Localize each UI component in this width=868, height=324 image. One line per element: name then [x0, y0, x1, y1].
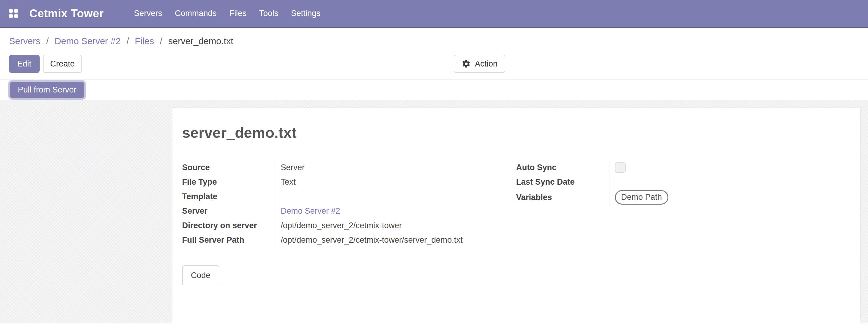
apps-grid-square: [9, 9, 13, 13]
field-row-source: Source Server: [182, 160, 516, 175]
field-group-right: Auto Sync Last Sync Date Variables Demo …: [516, 160, 850, 247]
field-group-left: Source Server File Type Text Template Se…: [182, 160, 516, 247]
field-label-server: Server: [182, 206, 275, 216]
field-label-file-type: File Type: [182, 177, 275, 187]
brand-title[interactable]: Cetmix Tower: [29, 7, 104, 20]
breadcrumb-separator: /: [126, 36, 129, 46]
server-record-link[interactable]: Demo Server #2: [281, 206, 340, 216]
nav-item-commands[interactable]: Commands: [175, 9, 217, 18]
breadcrumb-current: server_demo.txt: [168, 36, 233, 46]
field-value-server: Demo Server #2: [275, 204, 516, 218]
nav-item-servers[interactable]: Servers: [134, 9, 162, 18]
code-tab-content: [173, 285, 860, 324]
field-label-source: Source: [182, 163, 275, 172]
control-panel: Servers / Demo Server #2 / Files / serve…: [0, 28, 868, 79]
top-navbar: Cetmix Tower Servers Commands Files Tool…: [0, 0, 868, 28]
form-statusbar: Pull from Server: [0, 79, 868, 100]
content-area: server_demo.txt Source Server File Type …: [0, 100, 868, 323]
field-label-auto-sync: Auto Sync: [516, 163, 609, 172]
form-sheet: server_demo.txt Source Server File Type …: [172, 107, 861, 319]
field-value-source: Server: [275, 160, 516, 175]
field-row-auto-sync: Auto Sync: [516, 160, 850, 175]
field-value-template: [275, 189, 516, 204]
apps-grid-square: [14, 14, 18, 18]
pull-from-server-button[interactable]: Pull from Server: [10, 82, 84, 98]
auto-sync-checkbox[interactable]: [615, 162, 626, 173]
field-row-server: Server Demo Server #2: [182, 204, 516, 218]
field-row-variables: Variables Demo Path: [516, 189, 850, 205]
field-row-last-sync-date: Last Sync Date: [516, 175, 850, 189]
field-row-template: Template: [182, 189, 516, 204]
field-row-file-type: File Type Text: [182, 175, 516, 189]
variable-tag-demo-path: Demo Path: [615, 190, 669, 205]
field-value-variables: Demo Path: [609, 189, 850, 205]
apps-grid-square: [14, 9, 18, 13]
create-button[interactable]: Create: [43, 55, 82, 73]
breadcrumb-link-servers[interactable]: Servers: [9, 36, 40, 46]
breadcrumb-separator: /: [160, 36, 162, 46]
field-value-file-type: Text: [275, 175, 516, 189]
field-value-full-server-path: /opt/demo_server_2/cetmix-tower/server_d…: [275, 233, 516, 247]
breadcrumb-link-demo-server-2[interactable]: Demo Server #2: [55, 36, 120, 46]
nav-item-tools[interactable]: Tools: [259, 9, 278, 18]
notebook-tabs: Code: [182, 266, 850, 285]
record-title: server_demo.txt: [182, 124, 850, 141]
apps-grid-icon[interactable]: [9, 9, 18, 18]
nav-item-settings[interactable]: Settings: [291, 9, 320, 18]
nav-item-files[interactable]: Files: [229, 9, 247, 18]
field-value-directory-on-server: /opt/demo_server_2/cetmix-tower: [275, 218, 516, 233]
breadcrumb-link-files[interactable]: Files: [135, 36, 154, 46]
control-panel-buttons: Edit Create Action: [9, 55, 859, 73]
action-menu-button[interactable]: Action: [454, 55, 505, 73]
breadcrumb: Servers / Demo Server #2 / Files / serve…: [9, 36, 859, 46]
field-groups: Source Server File Type Text Template Se…: [173, 160, 860, 247]
field-label-full-server-path: Full Server Path: [182, 235, 275, 245]
field-row-directory-on-server: Directory on server /opt/demo_server_2/c…: [182, 218, 516, 233]
field-value-auto-sync: [609, 160, 850, 175]
edit-button[interactable]: Edit: [9, 55, 40, 73]
main-menu: Servers Commands Files Tools Settings: [134, 9, 320, 18]
field-label-variables: Variables: [516, 193, 609, 202]
field-label-directory-on-server: Directory on server: [182, 221, 275, 230]
field-row-full-server-path: Full Server Path /opt/demo_server_2/cetm…: [182, 233, 516, 247]
field-label-template: Template: [182, 192, 275, 201]
apps-grid-square: [9, 14, 13, 18]
breadcrumb-separator: /: [46, 36, 49, 46]
field-value-last-sync-date: [609, 175, 850, 189]
tab-code[interactable]: Code: [182, 265, 219, 285]
field-label-last-sync-date: Last Sync Date: [516, 177, 609, 187]
gear-icon: [462, 59, 471, 69]
action-button-label: Action: [475, 59, 497, 69]
